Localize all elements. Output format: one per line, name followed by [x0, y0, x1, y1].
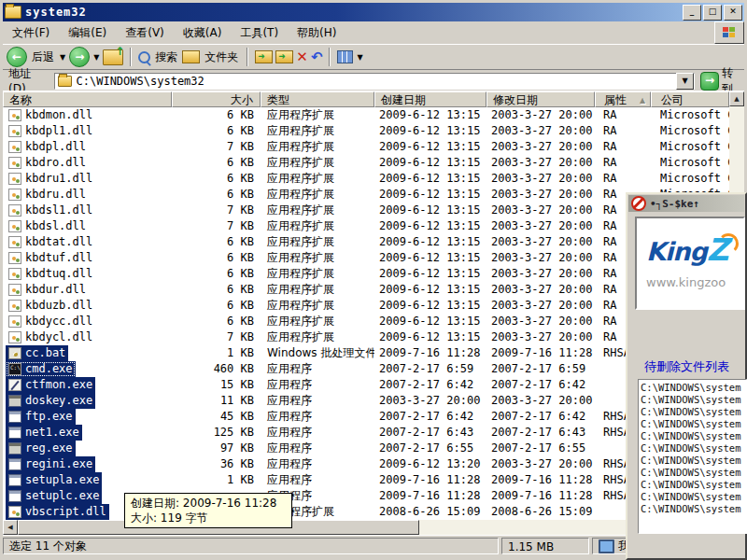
- file-name-cell[interactable]: kbdru1.dll: [3, 171, 172, 187]
- address-dropdown-icon[interactable]: ▼: [676, 73, 694, 90]
- back-dropdown-icon[interactable]: ▼: [60, 53, 65, 62]
- copy-to-icon[interactable]: [275, 50, 293, 63]
- file-name-cell[interactable]: ftp.exe: [3, 409, 172, 425]
- file-name-cell[interactable]: kbdtuf.dll: [3, 250, 172, 266]
- move-to-icon[interactable]: [255, 50, 273, 63]
- file-name-cell[interactable]: doskey.exe: [3, 393, 172, 409]
- file-name-cell[interactable]: cc.bat: [3, 345, 172, 361]
- table-row[interactable]: kbdtat.dll6 KB应用程序扩展2009-6-12 13:152003-…: [3, 234, 729, 250]
- table-row[interactable]: setuplc.exe应用程序2009-7-16 11:282009-7-16 …: [3, 488, 729, 504]
- file-name-cell[interactable]: kbdro.dll: [3, 155, 172, 171]
- maximize-button[interactable]: □: [703, 5, 722, 21]
- file-name-cell[interactable]: regini.exe: [3, 456, 172, 472]
- forward-dropdown-icon[interactable]: ▼: [93, 53, 99, 62]
- folders-button-label[interactable]: 文件夹: [204, 49, 238, 65]
- table-row[interactable]: kbdycl.dll7 KB应用程序扩展2009-6-12 13:152003-…: [3, 329, 729, 345]
- file-item[interactable]: kbdsl.dll: [6, 218, 89, 234]
- table-row[interactable]: cc.bat1 KBWindows 批处理文件2009-7-16 11:2820…: [3, 345, 729, 361]
- file-item[interactable]: kbdmon.dll: [6, 107, 95, 123]
- file-name-cell[interactable]: kbdycl.dll: [3, 329, 172, 345]
- file-item[interactable]: kbdur.dll: [6, 282, 89, 298]
- file-name-cell[interactable]: kbdur.dll: [3, 282, 172, 298]
- table-row[interactable]: kbdtuq.dll6 KB应用程序扩展2009-6-12 13:152003-…: [3, 266, 729, 282]
- views-icon[interactable]: [337, 50, 353, 63]
- file-name-cell[interactable]: kbdpl1.dll: [3, 123, 172, 139]
- close-button[interactable]: ✕: [724, 5, 742, 21]
- forward-icon[interactable]: →: [69, 47, 90, 67]
- table-row[interactable]: kbdru.dll6 KB应用程序扩展2009-6-12 13:152003-3…: [3, 187, 729, 203]
- file-item[interactable]: kbdtat.dll: [6, 234, 95, 250]
- overlay-title-bar[interactable]: •┐S-$ke↑: [628, 195, 744, 212]
- selected-file-item[interactable]: doskey.exe: [6, 393, 95, 409]
- scroll-up-icon[interactable]: ▲: [729, 91, 744, 106]
- back-icon[interactable]: ←: [7, 47, 27, 67]
- column-header-name[interactable]: 名称: [3, 91, 172, 107]
- file-name-cell[interactable]: kbdycc.dll: [3, 314, 172, 329]
- menu-favorites[interactable]: 收藏(A): [174, 22, 232, 44]
- column-header-modified[interactable]: 修改日期: [486, 91, 595, 107]
- delete-list-item[interactable]: C:\WINDOWS\system: [641, 418, 746, 430]
- selected-file-item[interactable]: reg.exe: [6, 441, 76, 456]
- selected-file-item[interactable]: cmd.exe: [6, 361, 76, 377]
- file-item[interactable]: kbdycc.dll: [6, 314, 95, 329]
- table-row[interactable]: kbdro.dll6 KB应用程序扩展2009-6-12 13:152003-3…: [3, 155, 729, 171]
- file-name-cell[interactable]: setupla.exe: [3, 472, 172, 488]
- up-folder-icon[interactable]: [103, 49, 123, 65]
- delete-list-item[interactable]: C:\WINDOWS\system: [641, 442, 746, 455]
- table-row[interactable]: setupla.exe1 KB应用程序2009-7-16 11:282009-7…: [3, 472, 729, 488]
- table-row[interactable]: ftp.exe45 KB应用程序2007-2-17 6:422007-2-17 …: [3, 409, 729, 425]
- table-row[interactable]: kbdtuf.dll6 KB应用程序扩展2009-6-12 13:152003-…: [3, 250, 729, 266]
- table-row[interactable]: regini.exe36 KB应用程序2009-6-12 13:202003-3…: [3, 456, 729, 472]
- file-item[interactable]: kbduzb.dll: [6, 298, 95, 314]
- table-row[interactable]: kbdsl.dll7 KB应用程序扩展2009-6-12 13:152003-3…: [3, 218, 729, 234]
- table-row[interactable]: kbdmon.dll6 KB应用程序扩展2009-6-12 13:152003-…: [3, 107, 729, 123]
- menu-edit[interactable]: 编辑(E): [59, 22, 116, 44]
- column-header-attrs[interactable]: 属性▲: [595, 91, 651, 107]
- file-item[interactable]: kbdru1.dll: [6, 171, 95, 187]
- file-name-cell[interactable]: cmd.exe: [3, 361, 172, 377]
- file-item[interactable]: kbdsl1.dll: [6, 203, 95, 218]
- delete-list-item[interactable]: C:\WINDOWS\system: [641, 503, 746, 515]
- file-item[interactable]: kbdro.dll: [6, 155, 89, 171]
- table-row[interactable]: kbduzb.dll6 KB应用程序扩展2009-6-12 13:152003-…: [3, 298, 729, 314]
- menu-file[interactable]: 文件(F): [3, 22, 59, 44]
- delete-list-item[interactable]: C:\WINDOWS\system: [641, 394, 746, 406]
- column-header-size[interactable]: 大小: [172, 91, 261, 107]
- table-row[interactable]: kbdpl.dll7 KB应用程序扩展2009-6-12 13:152003-3…: [3, 139, 729, 155]
- title-bar[interactable]: system32 _ □ ✕: [3, 3, 744, 21]
- scroll-left-icon[interactable]: ◀: [3, 520, 18, 535]
- table-row[interactable]: kbdycc.dll6 KB应用程序扩展2009-6-12 13:152003-…: [3, 314, 729, 329]
- search-button-label[interactable]: 搜索: [155, 49, 177, 65]
- file-item[interactable]: kbdtuf.dll: [6, 250, 95, 266]
- selected-file-item[interactable]: cc.bat: [6, 345, 68, 361]
- file-name-cell[interactable]: kbdsl.dll: [3, 218, 172, 234]
- table-row[interactable]: doskey.exe11 KB应用程序2003-3-27 20:002003-3…: [3, 393, 729, 409]
- back-button-label[interactable]: 后退: [32, 49, 54, 65]
- horizontal-scrollbar[interactable]: ◀ ▶: [3, 520, 729, 535]
- column-header-created[interactable]: 创建日期: [374, 91, 486, 107]
- table-row[interactable]: ctfmon.exe15 KB应用程序2007-2-17 6:422007-2-…: [3, 377, 729, 393]
- delete-list-item[interactable]: C:\WINDOWS\system: [641, 430, 746, 442]
- delete-list-item[interactable]: C:\WINDOWS\system: [641, 455, 746, 467]
- selected-file-item[interactable]: setupla.exe: [6, 472, 102, 488]
- column-header-type[interactable]: 类型: [261, 91, 374, 107]
- file-item[interactable]: kbdru.dll: [6, 187, 89, 203]
- table-row[interactable]: kbdru1.dll6 KB应用程序扩展2009-6-12 13:152003-…: [3, 171, 729, 187]
- file-name-cell[interactable]: kbduzb.dll: [3, 298, 172, 314]
- file-name-cell[interactable]: kbdmon.dll: [3, 107, 172, 123]
- views-dropdown-icon[interactable]: ▼: [357, 53, 362, 62]
- table-row[interactable]: net1.exe125 KB应用程序2007-2-17 6:432007-2-1…: [3, 425, 729, 441]
- file-name-cell[interactable]: net1.exe: [3, 425, 172, 441]
- file-item[interactable]: kbdtuq.dll: [6, 266, 95, 282]
- file-name-cell[interactable]: ctfmon.exe: [3, 377, 172, 393]
- delete-list-item[interactable]: C:\WINDOWS\system: [641, 491, 746, 503]
- file-name-cell[interactable]: kbdpl.dll: [3, 139, 172, 155]
- file-name-cell[interactable]: kbdtuq.dll: [3, 266, 172, 282]
- menu-help[interactable]: 帮助(H): [288, 22, 345, 44]
- delete-list-item[interactable]: C:\WINDOWS\system: [641, 406, 746, 418]
- table-row[interactable]: vbscript.dll应用程序扩展2008-6-26 15:092008-6-…: [3, 504, 729, 520]
- table-row[interactable]: kbdur.dll6 KB应用程序扩展2009-6-12 13:152003-3…: [3, 282, 729, 298]
- file-item[interactable]: kbdycl.dll: [6, 329, 95, 345]
- column-header-company[interactable]: 公司: [651, 91, 729, 107]
- minimize-button[interactable]: _: [683, 5, 701, 21]
